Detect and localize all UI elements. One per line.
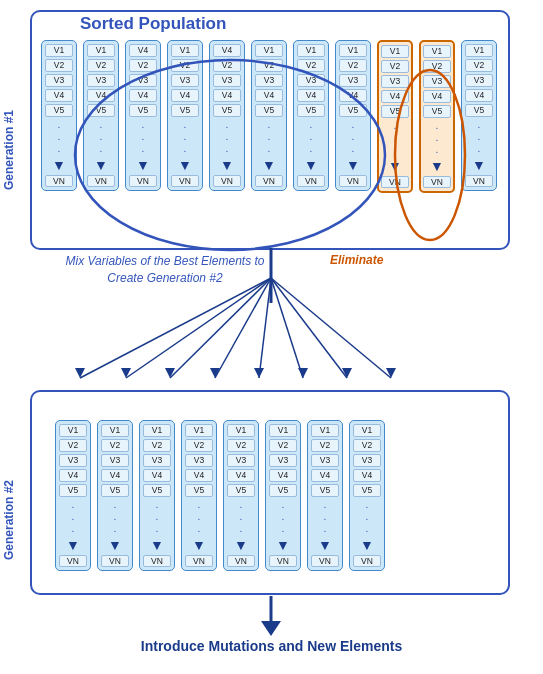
- chromosome-col: V1V2V3V4V5...▼VN: [180, 420, 218, 571]
- gen1-columns-row: V1V2V3V4V5...▼VNV1V2V3V4V5...▼VNV4V2V3V4…: [40, 40, 498, 193]
- gen2-label: Generation #2: [2, 480, 32, 560]
- svg-marker-13: [165, 368, 175, 378]
- chromosome-col: V1V2V3V4V5...▼VN: [348, 420, 386, 571]
- svg-marker-15: [254, 368, 264, 378]
- svg-line-9: [271, 278, 347, 378]
- chromosome-col: V1V2V3V4V5...▼VN: [376, 40, 414, 193]
- chromosome-col: V1V2V3V4V5...▼VN: [222, 420, 260, 571]
- svg-line-8: [271, 278, 303, 378]
- chromosome-col: V4V2V3V4V5...▼VN: [124, 40, 162, 191]
- chromosome-col: V1V2V3V4V5...▼VN: [166, 40, 204, 191]
- mutations-text: Introduce Mutations and New Elements: [141, 638, 402, 654]
- chromosome-col: V1V2V3V4V5...▼VN: [264, 420, 302, 571]
- main-container: Generation #1 Sorted Population V1V2V3V4…: [0, 0, 543, 674]
- sorted-population-title: Sorted Population: [80, 14, 226, 34]
- chromosome-col: V4V2V3V4V5...▼VN: [208, 40, 246, 191]
- chromosome-col: V1V2V3V4V5...▼VN: [40, 40, 78, 191]
- chromosome-col: V1V2V3V4V5...▼VN: [250, 40, 288, 191]
- gen1-label: Generation #1: [2, 110, 32, 190]
- svg-marker-18: [386, 368, 396, 378]
- chromosome-col: V1V2V3V4V5...▼VN: [418, 40, 456, 193]
- svg-marker-12: [121, 368, 131, 378]
- chromosome-col: V1V2V3V4V5...▼VN: [306, 420, 344, 571]
- chromosome-col: V1V2V3V4V5...▼VN: [82, 40, 120, 191]
- chromosome-col: V1V2V3V4V5...▼VN: [334, 40, 372, 191]
- svg-line-10: [271, 278, 391, 378]
- chromosome-col: V1V2V3V4V5...▼VN: [96, 420, 134, 571]
- svg-marker-16: [298, 368, 308, 378]
- svg-line-4: [126, 278, 271, 378]
- chromosome-col: V1V2V3V4V5...▼VN: [138, 420, 176, 571]
- chromosome-col: V1V2V3V4V5...▼VN: [292, 40, 330, 191]
- chromosome-col: V1V2V3V4V5...▼VN: [54, 420, 92, 571]
- svg-line-7: [259, 278, 271, 378]
- chromosome-col: V1V2V3V4V5...▼VN: [460, 40, 498, 191]
- svg-marker-20: [261, 621, 281, 636]
- bottom-arrow-svg: [0, 596, 543, 641]
- fan-arrows-svg: [0, 248, 543, 398]
- gen2-columns-row: V1V2V3V4V5...▼VNV1V2V3V4V5...▼VNV1V2V3V4…: [54, 420, 386, 571]
- svg-line-5: [170, 278, 271, 378]
